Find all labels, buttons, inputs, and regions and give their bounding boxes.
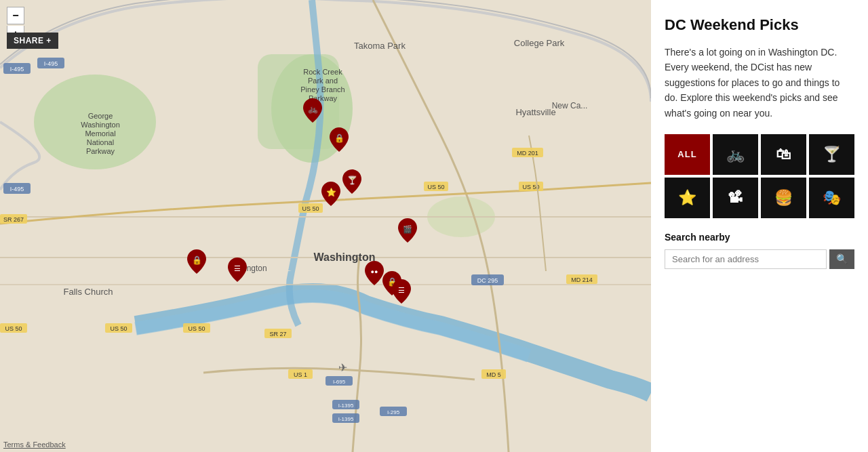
svg-text:SR 27: SR 27 — [269, 331, 286, 337]
svg-text:US 50: US 50 — [110, 325, 127, 332]
svg-text:⭐: ⭐ — [326, 187, 336, 197]
map-pin-menu2[interactable]: ☰ — [392, 279, 411, 306]
svg-text:🚲: 🚲 — [308, 104, 318, 114]
search-address-input[interactable] — [665, 249, 827, 269]
cocktail-icon: 🍸 — [823, 146, 842, 163]
svg-text:Hyattsville: Hyattsville — [515, 107, 555, 117]
filter-events-button[interactable]: 📽 — [713, 178, 758, 218]
svg-text:✈: ✈ — [338, 362, 347, 373]
search-nearby-label: Search nearby — [665, 232, 854, 243]
svg-text:Parkway: Parkway — [86, 147, 115, 155]
shop-icon: 🛍 — [776, 146, 791, 163]
svg-text:🎬: 🎬 — [403, 224, 412, 234]
svg-text:I-495: I-495 — [10, 66, 24, 73]
svg-text:🔒: 🔒 — [192, 255, 202, 265]
svg-text:New Ca...: New Ca... — [552, 101, 588, 110]
filter-arts-button[interactable]: 🎭 — [809, 178, 854, 218]
filter-all-button[interactable]: ALL — [665, 134, 710, 175]
svg-text:Takoma Park: Takoma Park — [354, 41, 406, 51]
filter-featured-button[interactable]: ⭐ — [665, 178, 710, 218]
map-pin-bike[interactable]: 🚲 — [303, 98, 322, 125]
svg-text:MD 5: MD 5 — [486, 371, 501, 378]
svg-text:☰: ☰ — [234, 264, 241, 272]
food-icon: 🍔 — [774, 189, 793, 207]
filter-grid: ALL 🚲 🛍 🍸 ⭐ 📽 🍔 🎭 — [665, 134, 854, 218]
svg-text:I-1395: I-1395 — [338, 416, 354, 422]
svg-text:🍸: 🍸 — [347, 175, 357, 185]
svg-text:Rock Creek: Rock Creek — [303, 68, 342, 76]
svg-text:Piney Branch: Piney Branch — [300, 85, 344, 94]
terms-link[interactable]: Terms & Feedback — [3, 440, 66, 449]
sidebar-title: DC Weekend Picks — [665, 16, 854, 34]
filter-shop-button[interactable]: 🛍 — [761, 134, 806, 175]
map-footer: Terms & Feedback — [3, 440, 66, 449]
share-button[interactable]: SHARE + — [7, 33, 58, 49]
star-icon: ⭐ — [678, 189, 697, 207]
svg-text:I-495: I-495 — [10, 186, 24, 192]
map-pin-menu1[interactable]: ☰ — [228, 258, 247, 285]
svg-text:🔒: 🔒 — [334, 133, 344, 143]
search-row: 🔍 — [665, 249, 854, 269]
svg-text:College Park: College Park — [514, 38, 565, 48]
svg-text:I-1395: I-1395 — [338, 403, 354, 409]
zoom-out-button[interactable]: − — [7, 7, 24, 24]
sidebar: DC Weekend Picks There's a lot going on … — [651, 0, 868, 452]
svg-text:I-695: I-695 — [333, 379, 346, 385]
svg-text:☰: ☰ — [398, 286, 405, 294]
svg-text:I-495: I-495 — [44, 60, 58, 67]
map-pin-film[interactable]: 🎬 — [398, 218, 417, 245]
svg-text:MD 201: MD 201 — [517, 150, 538, 157]
sidebar-description: There's a lot going on in Washington DC.… — [665, 45, 854, 121]
svg-text:US 1: US 1 — [294, 371, 307, 378]
filter-bike-button[interactable]: 🚲 — [713, 134, 758, 175]
svg-text:Washington: Washington — [81, 121, 120, 129]
search-icon: 🔍 — [836, 253, 848, 264]
svg-text:Memorial: Memorial — [85, 129, 115, 138]
map-pin-multi[interactable]: ●● — [365, 261, 384, 288]
map-pin-lock1[interactable]: 🔒 — [330, 127, 349, 155]
svg-text:US 50: US 50 — [427, 184, 444, 190]
arts-icon: 🎭 — [823, 189, 842, 207]
svg-text:National: National — [87, 138, 114, 146]
svg-text:Falls Church: Falls Church — [64, 287, 113, 297]
svg-text:MD 214: MD 214 — [571, 276, 593, 283]
map-container[interactable]: I-495 I-495 I-495 DC 295 I-695 I-1395 I-… — [0, 0, 651, 452]
events-icon: 📽 — [728, 189, 743, 207]
svg-text:I-295: I-295 — [387, 409, 400, 415]
map-pin-cocktail[interactable]: 🍸 — [342, 169, 361, 197]
bike-icon: 🚲 — [726, 146, 745, 163]
search-submit-button[interactable]: 🔍 — [829, 249, 854, 269]
map-pin-star[interactable]: ⭐ — [321, 182, 340, 209]
svg-text:George: George — [88, 112, 113, 120]
svg-text:SR 267: SR 267 — [3, 216, 24, 223]
svg-text:DC 295: DC 295 — [477, 277, 498, 284]
svg-text:US 50: US 50 — [5, 325, 22, 332]
svg-text:Park and: Park and — [308, 77, 338, 85]
filter-cocktails-button[interactable]: 🍸 — [809, 134, 854, 175]
filter-all-label: ALL — [677, 149, 696, 159]
svg-text:US 50: US 50 — [188, 325, 205, 332]
filter-food-button[interactable]: 🍔 — [761, 178, 806, 218]
svg-text:US 50: US 50 — [302, 205, 319, 212]
map-pin-lock2[interactable]: 🔒 — [187, 249, 206, 276]
svg-text:●●: ●● — [371, 268, 378, 275]
